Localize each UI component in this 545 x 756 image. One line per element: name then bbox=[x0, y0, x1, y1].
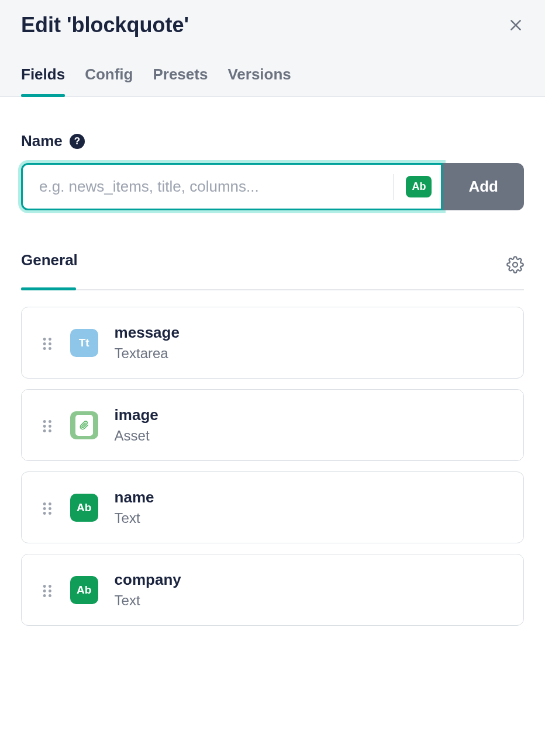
fields-list: ••••••TtmessageTextarea••••••imageAsset•… bbox=[21, 307, 524, 626]
content: Name ? Ab Add General ••••••TtmessageTex… bbox=[0, 97, 545, 626]
name-input[interactable] bbox=[39, 165, 388, 209]
section-underline bbox=[21, 289, 524, 290]
page-title: Edit 'blockquote' bbox=[21, 13, 189, 37]
close-icon bbox=[508, 18, 523, 33]
field-name-label: company bbox=[115, 571, 181, 589]
field-type-label: Text bbox=[115, 592, 181, 609]
tab-versions[interactable]: Versions bbox=[227, 65, 291, 96]
asset-type-icon bbox=[70, 411, 98, 439]
field-name-label: message bbox=[115, 324, 180, 342]
field-name-label: name bbox=[115, 488, 154, 507]
name-input-row: Ab Add bbox=[21, 163, 524, 210]
name-label-row: Name ? bbox=[21, 132, 524, 150]
field-row[interactable]: ••••••imageAsset bbox=[21, 389, 524, 461]
text-type-icon: Ab bbox=[70, 494, 98, 522]
title-row: Edit 'blockquote' bbox=[21, 13, 524, 37]
add-button[interactable]: Add bbox=[443, 163, 524, 210]
field-type-label: Asset bbox=[115, 428, 158, 444]
close-button[interactable] bbox=[508, 17, 524, 33]
tabs: FieldsConfigPresetsVersions bbox=[21, 65, 524, 96]
field-type-label: Text bbox=[115, 510, 154, 526]
field-info: imageAsset bbox=[115, 406, 158, 444]
drag-handle-icon[interactable]: •••••• bbox=[43, 501, 54, 514]
field-info: messageTextarea bbox=[115, 324, 180, 362]
tab-presets[interactable]: Presets bbox=[153, 65, 208, 96]
gear-icon bbox=[506, 256, 524, 273]
divider bbox=[394, 174, 394, 200]
drag-handle-icon[interactable]: •••••• bbox=[43, 337, 54, 349]
field-info: nameText bbox=[115, 488, 154, 526]
textarea-type-icon: Tt bbox=[70, 329, 98, 357]
section-tab-general[interactable]: General bbox=[21, 251, 78, 280]
drag-handle-icon[interactable]: •••••• bbox=[43, 584, 54, 596]
tab-fields[interactable]: Fields bbox=[21, 65, 65, 96]
svg-point-2 bbox=[513, 262, 518, 267]
name-input-wrapper: Ab bbox=[21, 163, 443, 210]
drag-handle-icon[interactable]: •••••• bbox=[43, 419, 54, 431]
field-name-label: image bbox=[115, 406, 158, 424]
section-row: General bbox=[21, 251, 524, 280]
type-selector[interactable]: Ab bbox=[406, 176, 432, 197]
tab-config[interactable]: Config bbox=[85, 65, 133, 96]
help-icon[interactable]: ? bbox=[70, 134, 85, 149]
field-row[interactable]: ••••••AbnameText bbox=[21, 471, 524, 543]
field-type-label: Textarea bbox=[115, 345, 180, 362]
field-row[interactable]: ••••••TtmessageTextarea bbox=[21, 307, 524, 379]
field-row[interactable]: ••••••AbcompanyText bbox=[21, 554, 524, 626]
text-type-icon: Ab bbox=[70, 576, 98, 604]
modal-header: Edit 'blockquote' FieldsConfigPresetsVer… bbox=[0, 0, 545, 97]
field-info: companyText bbox=[115, 571, 181, 609]
settings-button[interactable] bbox=[506, 256, 524, 276]
name-label: Name bbox=[21, 132, 63, 150]
